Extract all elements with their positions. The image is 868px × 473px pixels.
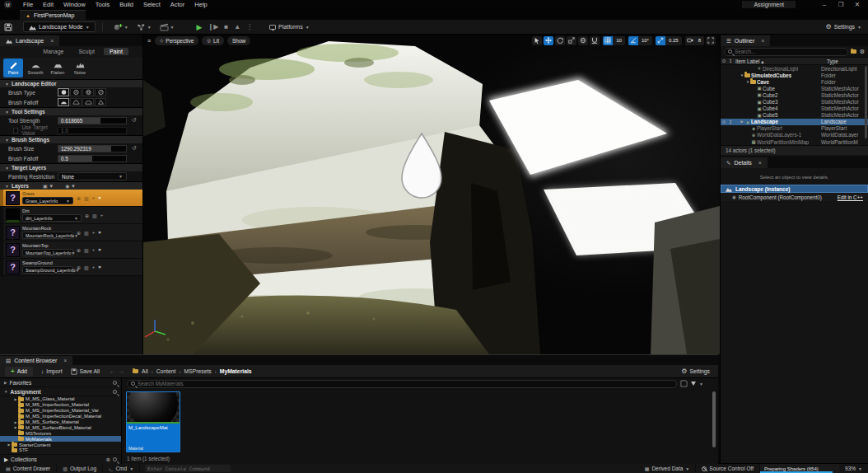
breadcrumb-mymaterials[interactable]: MyMaterials: [220, 368, 252, 374]
close-icon[interactable]: ×: [50, 38, 54, 44]
brush-type-circle-pattern[interactable]: [82, 88, 94, 96]
layer-drag-handle[interactable]: [0, 259, 3, 275]
content-browser-settings-button[interactable]: ⚙ Settings: [681, 368, 710, 375]
visibility-eye-icon[interactable]: ⊙: [721, 119, 727, 124]
outliner-row-playerstart[interactable]: ◈PlayerStartPlayerStart: [721, 125, 868, 132]
tool-smooth[interactable]: Smooth: [26, 59, 45, 77]
outliner-row-cube5[interactable]: ▣Cube5StaticMeshActor: [721, 112, 868, 119]
tool-paint[interactable]: Paint: [3, 59, 23, 77]
menu-window[interactable]: Window: [58, 1, 91, 8]
add-collection-icon[interactable]: ⊕: [106, 457, 110, 463]
add-actor-button[interactable]: ▼: [114, 23, 128, 31]
camera-speed-control[interactable]: 8: [685, 36, 704, 45]
scale-snap-value[interactable]: 0.25: [665, 38, 682, 43]
console-command-input[interactable]: [145, 465, 231, 472]
breadcrumb-mspresets[interactable]: MSPresets: [184, 368, 211, 374]
section-target-layers[interactable]: ▼Target Layers: [0, 163, 142, 171]
reset-to-default-icon[interactable]: ↺: [132, 145, 137, 152]
scale-snap-icon[interactable]: [656, 36, 665, 45]
breadcrumb-all[interactable]: All: [142, 368, 148, 374]
assign-layer-icon[interactable]: ▥: [92, 213, 97, 218]
minimize-button[interactable]: –: [819, 1, 830, 8]
visibility-column-icon[interactable]: ⊙: [721, 59, 727, 63]
forward-icon[interactable]: →: [119, 368, 124, 374]
layer-row-swampground[interactable]: ?SwampGroundSwampGround_LayerInfo▼⊕▥+×: [0, 259, 142, 276]
add-button[interactable]: + Add: [5, 367, 33, 377]
layer-info-dropdown[interactable]: MountainTop_LayerInfo▼: [22, 249, 73, 256]
outliner-row-worldpartitionminimap[interactable]: ▦WorldPartitionMiniMapWorldPartitionM: [721, 138, 868, 145]
save-search-icon[interactable]: [680, 380, 688, 387]
viewport[interactable]: ≡ ◇ Perspective ◎ Lit Show: [143, 35, 720, 354]
outliner-row-directionallight[interactable]: ☀DirectionalLightDirectionalLight: [721, 65, 868, 72]
outliner-tab[interactable]: ☰ Outliner ×: [721, 35, 770, 46]
section-tool-settings[interactable]: ▼Tool Settings: [0, 107, 142, 115]
layer-info-dropdown[interactable]: MountainRock_LayerInfo▼: [22, 232, 73, 239]
create-folder-icon[interactable]: [851, 49, 856, 54]
folder-item-mymaterials[interactable]: MyMaterials: [0, 436, 121, 442]
outliner-search-input[interactable]: [735, 49, 844, 54]
close-icon[interactable]: ×: [761, 38, 764, 44]
maximize-button[interactable]: ❐: [835, 1, 847, 8]
output-log-button[interactable]: ▥ Output Log: [57, 464, 103, 473]
layer-row-mountainrock[interactable]: ?MountainRockMountainRock_LayerInfo▼⊕▥+×: [0, 224, 142, 241]
filter-funnel-icon[interactable]: [691, 382, 696, 386]
stop-button[interactable]: ■: [224, 23, 228, 30]
reset-to-default-icon[interactable]: ↺: [132, 117, 137, 124]
remove-layer-icon[interactable]: ×: [98, 247, 101, 252]
outliner-row-cube4[interactable]: ▣Cube4StaticMeshActor: [721, 105, 868, 112]
section-brush-settings[interactable]: ▼Brush Settings: [0, 135, 142, 143]
brush-type-circle-alpha[interactable]: [70, 88, 82, 96]
folder-item-startercontent[interactable]: ▶StarterContent: [0, 442, 121, 447]
platforms-button[interactable]: Platforms ▼: [269, 24, 310, 30]
grid-snap-control[interactable]: 10: [603, 36, 625, 45]
section-landscape-editor[interactable]: ▼Landscape Editor: [0, 79, 142, 87]
layer-row-grass[interactable]: ?GrassGrass_LayerInfo▼⊕▥+×: [0, 190, 142, 207]
menu-edit[interactable]: Edit: [38, 1, 58, 8]
scale-snap-control[interactable]: 0.25: [656, 36, 682, 45]
tab-sculpt[interactable]: Sculpt: [72, 48, 100, 55]
rotation-snap-value[interactable]: 10°: [638, 38, 652, 43]
assign-layer-icon[interactable]: ▥: [84, 195, 89, 201]
details-object-row[interactable]: Landscape (Instance): [721, 185, 868, 193]
cmd-selector[interactable]: ›_ Cmd ▼: [103, 464, 140, 473]
search-icon[interactable]: [113, 381, 117, 385]
menu-tools[interactable]: Tools: [91, 1, 115, 8]
rotate-tool-button[interactable]: [555, 36, 565, 45]
chevron-down-icon[interactable]: ▼: [699, 382, 703, 386]
outliner-row-cube[interactable]: ▣CubeStaticMeshActor: [721, 85, 868, 91]
camera-speed-value[interactable]: 8: [695, 38, 704, 43]
layer-drag-handle[interactable]: [0, 241, 3, 258]
outliner-search[interactable]: [724, 48, 848, 56]
cinematics-button[interactable]: ▼: [160, 23, 175, 31]
layer-drag-handle[interactable]: [0, 207, 3, 223]
move-tool-button[interactable]: [544, 36, 553, 45]
camera-icon[interactable]: [685, 36, 695, 45]
grid-snap-icon[interactable]: [603, 36, 613, 45]
tab-manage[interactable]: Manage: [37, 48, 69, 55]
close-icon[interactable]: ×: [63, 358, 67, 363]
world-space-toggle[interactable]: [578, 36, 588, 45]
source-control-button[interactable]: Source Control Off: [696, 464, 760, 473]
add-layer-icon[interactable]: +: [92, 265, 96, 269]
skip-button[interactable]: ❙▶: [208, 23, 218, 30]
play-options-kebab-icon[interactable]: ⋮: [246, 23, 253, 30]
outliner-row-cave[interactable]: ▼CaveFolder: [721, 78, 868, 85]
surface-snap-button[interactable]: [590, 36, 600, 45]
maximize-viewport-button[interactable]: [706, 36, 716, 45]
asset-tile-m-landscapemat[interactable]: M_LandscapeMat Material: [126, 391, 180, 452]
add-layer-icon[interactable]: +: [92, 195, 96, 200]
asset-search-input[interactable]: [138, 381, 673, 386]
grid-snap-value[interactable]: 10: [613, 38, 625, 43]
tool-flatten[interactable]: Flatten: [48, 59, 68, 77]
eject-button[interactable]: ▲: [234, 23, 240, 30]
brush-falloff-falloff-tip[interactable]: [95, 98, 106, 106]
view-mode-selector[interactable]: ◎ Lit: [202, 36, 224, 45]
play-button[interactable]: ▶: [197, 23, 203, 31]
tab-firstpersonmap[interactable]: ▲ FirstPersonMap: [20, 10, 86, 20]
asset-search[interactable]: [127, 380, 677, 388]
create-layer-info-icon[interactable]: ⊕: [85, 213, 89, 218]
add-layer-icon[interactable]: +: [100, 213, 104, 218]
use-target-value-checkbox[interactable]: [13, 128, 18, 133]
unreal-logo-icon[interactable]: U: [4, 1, 12, 8]
outliner-row-cube3[interactable]: ▣Cube3StaticMeshActor: [721, 98, 868, 105]
